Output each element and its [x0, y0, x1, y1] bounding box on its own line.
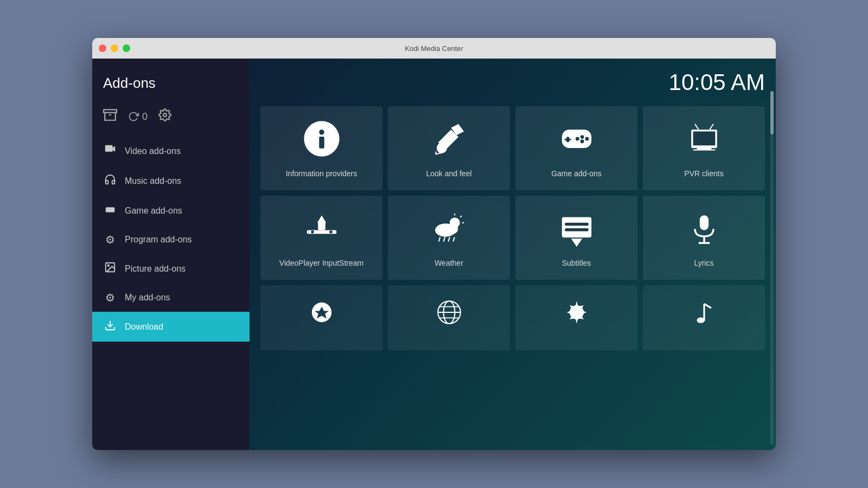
- tile-label-information-providers: Information providers: [286, 169, 358, 178]
- bottom-tile-3-icon: [563, 298, 591, 331]
- scrollbar-thumb[interactable]: [770, 91, 774, 134]
- sidebar: Add-ons 0: [92, 59, 250, 450]
- minimize-button[interactable]: [111, 44, 118, 52]
- sidebar-label-download: Download: [125, 322, 163, 332]
- svg-point-16: [585, 137, 589, 141]
- svg-rect-10: [319, 137, 324, 149]
- tile-bottom-3[interactable]: [515, 285, 637, 350]
- tile-label-look-and-feel: Look and feel: [426, 169, 471, 178]
- picture-addons-icon: [103, 261, 117, 276]
- window-controls: [99, 44, 130, 52]
- main-header: 10:05 AM: [260, 69, 765, 95]
- svg-rect-42: [561, 217, 591, 237]
- app-window: Kodi Media Center Add-ons: [92, 38, 776, 450]
- sidebar-nav: Video add-ons Music add-ons: [92, 136, 250, 450]
- svg-point-2: [163, 113, 167, 117]
- svg-rect-43: [565, 223, 589, 226]
- information-providers-icon: [303, 120, 340, 162]
- tile-videoplayer-inputstream[interactable]: VideoPlayer InputStream: [260, 196, 382, 280]
- svg-line-33: [460, 216, 462, 217]
- window-title: Kodi Media Center: [405, 44, 463, 53]
- svg-point-15: [580, 135, 584, 139]
- svg-line-40: [448, 237, 449, 241]
- svg-point-28: [311, 230, 314, 233]
- tile-bottom-1[interactable]: [260, 285, 382, 350]
- update-badge[interactable]: 0: [128, 111, 148, 123]
- svg-point-11: [436, 143, 446, 153]
- tile-pvr-clients[interactable]: PVR clients: [643, 106, 765, 190]
- svg-line-23: [695, 124, 699, 130]
- sidebar-item-video-addons[interactable]: Video add-ons: [92, 136, 250, 166]
- svg-line-41: [453, 237, 454, 241]
- sidebar-label-picture-addons: Picture add-ons: [125, 264, 186, 274]
- main-content: 10:05 AM Information providers: [250, 59, 776, 450]
- video-addons-icon: [103, 144, 117, 158]
- close-button[interactable]: [99, 44, 106, 52]
- videoplayer-inputstream-icon: [303, 210, 340, 252]
- clock-display: 10:05 AM: [669, 69, 765, 95]
- addon-grid: Information providers Look and feel: [260, 106, 765, 350]
- sidebar-item-program-addons[interactable]: ⚙ Program add-ons: [92, 226, 250, 254]
- subtitles-icon: [558, 210, 595, 252]
- svg-point-18: [575, 137, 579, 141]
- tile-label-game-addons: Game add-ons: [551, 169, 602, 178]
- sidebar-item-music-addons[interactable]: Music add-ons: [92, 166, 250, 196]
- tile-bottom-4[interactable]: [643, 285, 765, 350]
- bottom-tile-4-icon: [690, 298, 718, 331]
- sidebar-header: Add-ons: [92, 69, 250, 102]
- svg-marker-4: [113, 146, 116, 152]
- svg-marker-27: [317, 215, 326, 223]
- svg-marker-45: [571, 239, 582, 247]
- sidebar-label-my-addons: My add-ons: [125, 293, 170, 303]
- bottom-tile-2-icon: [435, 298, 463, 331]
- tile-label-subtitles: Subtitles: [562, 258, 591, 268]
- lyrics-icon: [686, 210, 723, 252]
- game-addons-tile-icon: [558, 120, 595, 162]
- tile-lyrics[interactable]: Lyrics: [643, 196, 765, 280]
- tile-weather[interactable]: Weather: [388, 196, 510, 280]
- svg-rect-46: [699, 215, 708, 230]
- svg-rect-0: [104, 110, 117, 112]
- program-addons-icon: ⚙: [103, 233, 117, 246]
- sidebar-label-video-addons: Video add-ons: [125, 146, 181, 156]
- sidebar-label-program-addons: Program add-ons: [125, 235, 192, 245]
- tile-label-pvr-clients: PVR clients: [684, 169, 723, 178]
- svg-line-38: [438, 237, 439, 241]
- sidebar-toolbar: 0: [92, 102, 250, 136]
- svg-line-39: [443, 237, 444, 241]
- svg-rect-3: [105, 145, 113, 152]
- window-body: Add-ons 0: [92, 59, 776, 450]
- tile-look-and-feel[interactable]: Look and feel: [388, 106, 510, 190]
- tile-label-lyrics: Lyrics: [694, 258, 713, 268]
- tile-information-providers[interactable]: Information providers: [260, 106, 382, 190]
- weather-icon: [431, 210, 468, 252]
- update-count: 0: [142, 111, 148, 123]
- game-addons-icon: [103, 203, 117, 218]
- svg-rect-14: [564, 139, 571, 140]
- tile-label-weather: Weather: [435, 258, 463, 268]
- tile-label-videoplayer-inputstream: VideoPlayer InputStream: [279, 258, 363, 268]
- sidebar-item-game-addons[interactable]: Game add-ons: [92, 196, 250, 226]
- sidebar-item-download[interactable]: Download: [92, 312, 250, 342]
- tile-game-addons[interactable]: Game add-ons: [515, 106, 637, 190]
- svg-point-59: [697, 317, 705, 323]
- svg-rect-20: [693, 131, 715, 145]
- sidebar-item-picture-addons[interactable]: Picture add-ons: [92, 254, 250, 284]
- tile-subtitles[interactable]: Subtitles: [515, 196, 637, 280]
- my-addons-icon: ⚙: [103, 291, 117, 304]
- sidebar-item-my-addons[interactable]: ⚙ My add-ons: [92, 284, 250, 312]
- svg-point-17: [580, 139, 584, 143]
- download-icon: [103, 319, 117, 334]
- sidebar-label-game-addons: Game add-ons: [125, 206, 182, 216]
- addons-icon[interactable]: [103, 108, 117, 125]
- bottom-tile-1-icon: [308, 298, 336, 331]
- svg-point-37: [446, 224, 458, 234]
- pvr-clients-icon: [686, 120, 723, 162]
- svg-point-6: [107, 265, 109, 266]
- maximize-button[interactable]: [123, 44, 130, 52]
- sidebar-label-music-addons: Music add-ons: [125, 176, 181, 186]
- tile-bottom-2[interactable]: [388, 285, 510, 350]
- settings-icon[interactable]: [158, 108, 171, 125]
- svg-point-29: [329, 230, 332, 233]
- svg-rect-44: [565, 228, 589, 231]
